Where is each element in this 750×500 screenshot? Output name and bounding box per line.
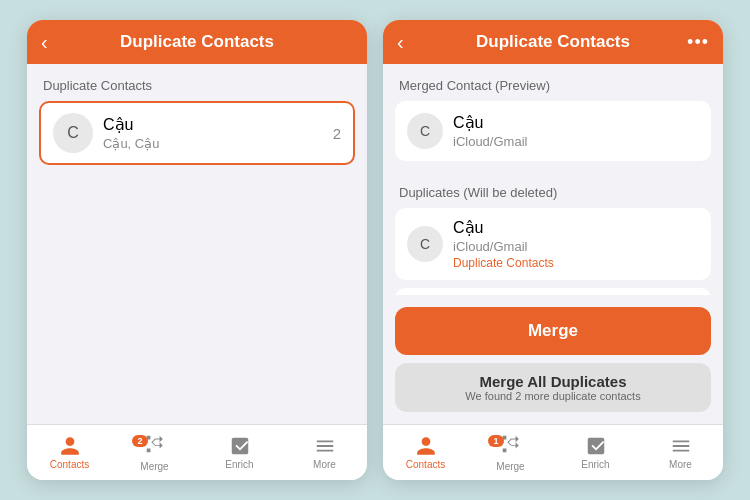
left-screen: ‹ Duplicate Contacts Duplicate Contacts … xyxy=(27,20,367,480)
merge-button[interactable]: Merge xyxy=(395,307,711,355)
left-contact-item[interactable]: C Cậu Cậu, Cậu 2 xyxy=(39,101,355,165)
duplicate-card-1[interactable]: C Cậu iCloud/Gmail Duplicate Contacts xyxy=(395,208,711,280)
right-screen: ‹ Duplicate Contacts ••• Merged Contact … xyxy=(383,20,723,480)
screens-container: ‹ Duplicate Contacts Duplicate Contacts … xyxy=(27,20,723,480)
merged-contact-sub: iCloud/Gmail xyxy=(453,134,699,149)
left-contact-avatar: C xyxy=(53,113,93,153)
right-tab-merge[interactable]: 1 Merge xyxy=(468,433,553,472)
left-back-button[interactable]: ‹ xyxy=(41,31,48,54)
dup1-avatar: C xyxy=(407,226,443,262)
right-tab-contacts-label: Contacts xyxy=(406,459,445,470)
right-header: ‹ Duplicate Contacts ••• xyxy=(383,20,723,64)
left-tab-merge[interactable]: 2 Merge xyxy=(112,433,197,472)
right-back-button[interactable]: ‹ xyxy=(397,31,404,54)
right-content: Merged Contact (Preview) C Cậu iCloud/Gm… xyxy=(383,64,723,295)
right-merge-badge: 1 xyxy=(488,435,503,447)
left-tab-more[interactable]: More xyxy=(282,435,367,470)
right-tab-more-label: More xyxy=(669,459,692,470)
left-tab-enrich-label: Enrich xyxy=(225,459,253,470)
merged-contact-info: Cậu iCloud/Gmail xyxy=(453,113,699,149)
enrich-icon xyxy=(229,435,251,457)
left-contact-name: Cậu xyxy=(103,115,333,134)
dup1-app-label: Duplicate Contacts xyxy=(453,256,699,270)
merge-all-label: Merge All Duplicates xyxy=(480,373,627,390)
contacts-icon xyxy=(59,435,81,457)
right-header-title: Duplicate Contacts xyxy=(476,32,630,52)
merged-contact-name: Cậu xyxy=(453,113,699,132)
right-tab-bar: Contacts 1 Merge Enrich xyxy=(383,424,723,480)
left-tab-contacts-label: Contacts xyxy=(50,459,89,470)
left-tab-more-label: More xyxy=(313,459,336,470)
right-more-icon xyxy=(670,435,692,457)
left-tab-bar: Contacts 2 Merge Enrich xyxy=(27,424,367,480)
left-merge-badge: 2 xyxy=(132,435,147,447)
merge-all-sub: We found 2 more duplicate contacts xyxy=(405,390,701,402)
right-tab-enrich-label: Enrich xyxy=(581,459,609,470)
left-header: ‹ Duplicate Contacts xyxy=(27,20,367,64)
left-contact-count: 2 xyxy=(333,125,341,142)
duplicate-card-2[interactable]: C Cậu iCloud/Gmail Duplicate Contacts xyxy=(395,288,711,295)
right-tab-more[interactable]: More xyxy=(638,435,723,470)
right-contacts-icon xyxy=(415,435,437,457)
right-tab-contacts[interactable]: Contacts xyxy=(383,435,468,470)
merge-all-button[interactable]: Merge All Duplicates We found 2 more dup… xyxy=(395,363,711,412)
dup1-name: Cậu xyxy=(453,218,699,237)
left-header-title: Duplicate Contacts xyxy=(120,32,274,52)
merged-section-label: Merged Contact (Preview) xyxy=(383,64,723,101)
left-content: Duplicate Contacts C Cậu Cậu, Cậu 2 xyxy=(27,64,367,424)
dup1-sub: iCloud/Gmail xyxy=(453,239,699,254)
more-icon-left xyxy=(314,435,336,457)
left-section-label: Duplicate Contacts xyxy=(27,64,367,101)
buttons-area: Merge Merge All Duplicates We found 2 mo… xyxy=(383,295,723,424)
right-tab-enrich[interactable]: Enrich xyxy=(553,435,638,470)
left-tab-enrich[interactable]: Enrich xyxy=(197,435,282,470)
duplicates-section-label: Duplicates (Will be deleted) xyxy=(383,177,723,208)
right-more-button[interactable]: ••• xyxy=(687,32,709,53)
left-tab-contacts[interactable]: Contacts xyxy=(27,435,112,470)
right-enrich-icon xyxy=(585,435,607,457)
merged-contact-card: C Cậu iCloud/Gmail xyxy=(395,101,711,161)
left-tab-merge-label: Merge xyxy=(140,461,168,472)
right-tab-merge-label: Merge xyxy=(496,461,524,472)
left-contact-info: Cậu Cậu, Cậu xyxy=(103,115,333,151)
merged-contact-avatar: C xyxy=(407,113,443,149)
dup1-info: Cậu iCloud/Gmail Duplicate Contacts xyxy=(453,218,699,270)
left-contact-sub: Cậu, Cậu xyxy=(103,136,333,151)
